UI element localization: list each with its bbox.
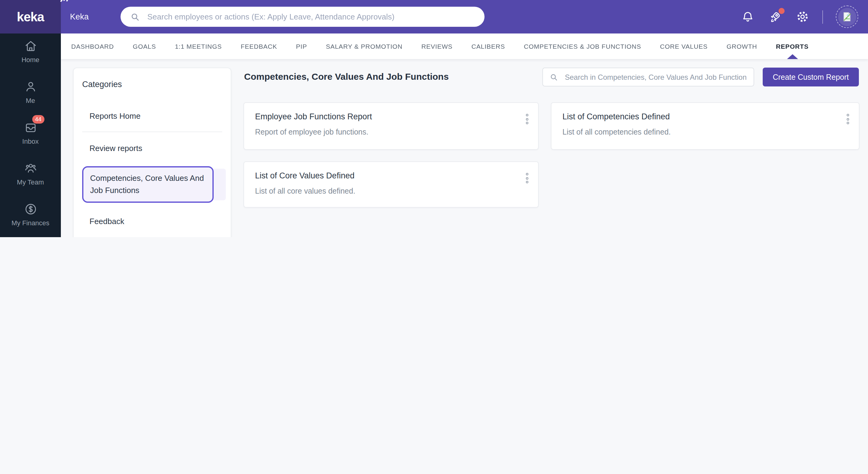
settings-button[interactable] <box>795 9 810 24</box>
sidebar-item-my-finances[interactable]: My Finances <box>0 197 61 237</box>
search-icon <box>130 11 141 22</box>
sidebar-item-inbox[interactable]: 44 Inbox <box>0 115 61 156</box>
sidebar-item-label: My Finances <box>11 219 50 227</box>
gear-icon <box>795 10 809 24</box>
bell-icon <box>741 10 754 24</box>
header-actions <box>740 0 858 33</box>
kebab-menu-button[interactable] <box>524 171 531 186</box>
global-search[interactable] <box>121 7 485 27</box>
sidebar-item-home[interactable]: Home <box>0 33 61 74</box>
categories-panel: Categories Reports Home Review reports C… <box>73 67 231 237</box>
selected-category-box: Competencies, Core Values And Job Functi… <box>82 166 214 203</box>
home-icon <box>24 39 37 53</box>
inbox-badge: 44 <box>32 115 44 124</box>
sidebar-item-label: Me <box>26 97 35 104</box>
report-card-title: List of Core Values Defined <box>255 171 354 180</box>
tab-salary-promotion[interactable]: SALARY & PROMOTION <box>326 42 403 50</box>
report-card-title: List of Competencies Defined <box>562 112 670 121</box>
header-divider <box>823 10 823 24</box>
sidebar-item-my-team[interactable]: My Team <box>0 156 61 197</box>
global-search-input[interactable] <box>146 11 475 22</box>
tab-reports-label: REPORTS <box>776 42 809 50</box>
category-item-review-reports[interactable]: Review reports <box>74 132 231 164</box>
report-card-employee-job-functions[interactable]: Employee Job Functions Report Report of … <box>244 102 539 150</box>
notification-dot <box>778 8 785 14</box>
performance-tabbar: DASHBOARD GOALS 1:1 MEETINGS FEEDBACK PI… <box>61 33 868 59</box>
report-card-list-of-competencies[interactable]: List of Competencies Defined List of all… <box>551 102 860 150</box>
tab-reports[interactable]: REPORTS <box>776 42 809 50</box>
report-card-list-of-core-values[interactable]: List of Core Values Defined List of all … <box>244 161 539 208</box>
category-item-feedback[interactable]: Feedback <box>74 205 231 237</box>
report-card-title: Employee Job Functions Report <box>255 112 372 121</box>
tab-core-values[interactable]: CORE VALUES <box>660 42 708 50</box>
sidebar-item-me[interactable]: Me <box>0 74 61 115</box>
avatar-image-placeholder <box>838 8 856 26</box>
tab-feedback[interactable]: FEEDBACK <box>241 42 277 50</box>
report-search[interactable] <box>542 67 754 86</box>
tab-reviews[interactable]: REVIEWS <box>421 42 452 50</box>
active-tab-indicator <box>787 54 798 59</box>
finances-icon <box>24 202 37 216</box>
sidebar-item-label: Inbox <box>22 138 39 145</box>
top-header: keka Keka <box>0 0 868 33</box>
tab-dashboard[interactable]: DASHBOARD <box>71 42 114 50</box>
report-search-input[interactable] <box>564 72 747 82</box>
keka-logo[interactable]: keka <box>0 0 61 33</box>
tab-goals[interactable]: GOALS <box>133 42 156 50</box>
report-card-description: List of all core values defined. <box>255 187 355 196</box>
whats-new-button[interactable] <box>768 9 782 24</box>
category-item-reports-home[interactable]: Reports Home <box>74 100 231 131</box>
keka-logo-text: keka <box>17 9 44 24</box>
page-title: Competencies, Core Values And Job Functi… <box>244 71 448 82</box>
sidebar-item-label: My Team <box>17 178 44 186</box>
tab-calibers[interactable]: CALIBERS <box>471 42 505 50</box>
keka-app: keka Keka <box>0 0 868 237</box>
user-avatar[interactable] <box>836 5 858 28</box>
category-item-competencies-selected[interactable]: Competencies, Core Values And Job Functi… <box>74 168 231 202</box>
tab-pip[interactable]: PIP <box>296 42 307 50</box>
tab-1-1-meetings[interactable]: 1:1 MEETINGS <box>175 42 222 50</box>
categories-title: Categories <box>74 77 231 100</box>
tab-growth[interactable]: GROWTH <box>726 42 757 50</box>
app-name-label: Keka <box>70 0 89 33</box>
reports-content: Categories Reports Home Review reports C… <box>61 59 868 237</box>
user-icon <box>24 80 37 94</box>
kebab-menu-button[interactable] <box>524 112 531 127</box>
create-custom-report-button[interactable]: Create Custom Report <box>763 67 859 86</box>
kebab-menu-button[interactable] <box>844 112 851 127</box>
sidebar: Home Me 44 Inbox My Team My Finances Org <box>0 33 61 237</box>
notifications-button[interactable] <box>740 9 755 24</box>
sidebar-item-label: Home <box>22 56 39 63</box>
broken-image-icon <box>841 10 854 23</box>
report-card-description: List of all competencies defined. <box>562 128 671 137</box>
logo-spark-icon <box>60 0 69 2</box>
search-icon <box>549 72 559 82</box>
report-card-description: Report of employee job functions. <box>255 128 368 137</box>
tab-competencies-job-functions[interactable]: COMPETENCIES & JOB FUNCTIONS <box>524 42 641 50</box>
team-icon <box>24 161 37 175</box>
